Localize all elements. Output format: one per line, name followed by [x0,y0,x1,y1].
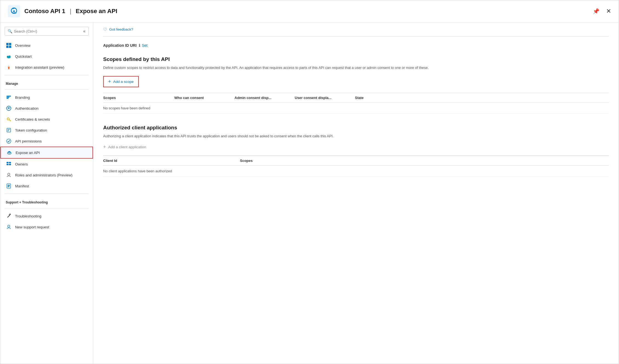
svg-point-24 [9,151,10,153]
sidebar-divider-4 [5,208,89,208]
sidebar-divider [5,75,89,75]
app-icon [8,5,20,17]
token-icon [6,127,12,133]
title-bar-text: Contoso API 1 | Expose an API [24,8,588,15]
plus-icon-client: + [103,144,106,150]
sidebar: 🔍 « Overview Quickstart [0,22,93,364]
search-box[interactable]: 🔍 « [5,27,89,36]
add-scope-label: Add a scope [113,80,134,84]
svg-rect-28 [9,164,11,165]
svg-rect-13 [7,98,8,99]
client-table-row-empty: No client applications have been authori… [103,166,609,177]
manage-section-label: Manage [0,77,93,87]
sidebar-item-label: Roles and administrators (Preview) [15,173,73,177]
svg-point-29 [8,173,10,175]
sidebar-divider-2 [5,89,89,90]
key-icon [6,116,12,122]
sidebar-item-authentication[interactable]: Authentication [0,103,93,114]
sidebar-item-label: Branding [15,95,30,100]
sidebar-item-owners[interactable]: Owners [0,159,93,170]
col-header-state: State [355,96,609,100]
sidebar-item-troubleshooting[interactable]: Troubleshooting [0,211,93,222]
client-table-header: Client Id Scopes [103,156,609,166]
sidebar-item-branding[interactable]: Branding [0,92,93,103]
title-bar: Contoso API 1 | Expose an API 📌 ✕ [0,0,619,22]
support-icon [6,224,12,230]
sidebar-item-label: Authentication [15,106,39,110]
branding-icon [6,94,12,100]
sidebar-item-label: Owners [15,162,28,166]
search-input[interactable] [14,29,81,33]
collapse-button[interactable]: « [83,29,86,34]
add-scope-button[interactable]: + Add a scope [103,76,139,87]
table-row-empty: No scopes have been defined [103,103,609,114]
table-header: Scopes Who can consent Admin consent dis… [103,93,609,103]
authorized-desc: Authorizing a client application indicat… [103,133,486,139]
sidebar-item-manifest[interactable]: Manifest [0,180,93,191]
permissions-icon [6,138,12,144]
sidebar-item-token[interactable]: Token configuration [0,125,93,136]
scopes-section: Scopes defined by this API Define custom… [103,56,609,114]
rocket-icon [6,64,12,70]
col-header-scopes: Scopes [103,96,174,100]
manifest-icon [6,183,12,189]
app-id-row: Application ID URI ℹ Set [103,43,609,48]
sidebar-item-label: Token configuration [15,128,47,132]
svg-rect-6 [9,46,11,48]
sidebar-item-label: Integration assistant (preview) [15,65,64,69]
main-window: Contoso API 1 | Expose an API 📌 ✕ 🔍 « Ov… [0,0,619,364]
svg-rect-5 [6,46,8,48]
svg-rect-3 [6,43,8,45]
authorized-clients-section: Authorized client applications Authorizi… [103,125,609,177]
svg-rect-27 [7,164,8,165]
svg-point-21 [7,139,11,143]
svg-rect-33 [8,187,9,187]
close-button[interactable]: ✕ [606,8,611,15]
sidebar-item-overview[interactable]: Overview [0,40,93,51]
owners-icon [6,161,12,167]
svg-rect-32 [8,186,10,186]
svg-rect-4 [9,43,11,45]
sidebar-item-expose-api[interactable]: Expose an API [0,147,93,159]
main-layout: 🔍 « Overview Quickstart [0,22,619,364]
scopes-desc: Define custom scopes to restrict access … [103,65,486,71]
cloud-icon [6,53,12,59]
svg-point-9 [9,56,11,57]
scopes-table: Scopes Who can consent Admin consent dis… [103,93,609,114]
col-header-user: User consent displa... [295,96,355,100]
svg-rect-25 [7,162,8,163]
sidebar-item-label: Troubleshooting [15,214,41,218]
set-link[interactable]: Set [142,43,147,48]
sidebar-item-roles[interactable]: Roles and administrators (Preview) [0,170,93,180]
sidebar-item-quickstart[interactable]: Quickstart [0,51,93,62]
add-client-button: + Add a client application [103,144,609,150]
svg-point-2 [13,10,15,12]
sidebar-item-label: Quickstart [15,54,32,59]
sidebar-item-label: Manifest [15,184,29,188]
col-header-who: Who can consent [174,96,235,100]
search-icon: 🔍 [8,29,12,33]
sidebar-item-certificates[interactable]: Certificates & secrets [0,114,93,125]
sidebar-item-support[interactable]: New support request [0,222,93,232]
svg-rect-11 [7,96,11,97]
svg-point-15 [8,108,9,109]
plus-icon: + [108,79,111,85]
pin-button[interactable]: 📌 [593,8,600,14]
sidebar-item-label: Certificates & secrets [15,117,50,121]
heart-icon: ♡ [103,27,107,32]
title-separator: | [70,8,71,14]
no-clients-msg: No client applications have been authori… [103,169,240,173]
sidebar-item-label: Expose an API [16,151,40,155]
expose-icon [6,150,12,156]
sidebar-item-api-permissions[interactable]: API permissions [0,136,93,147]
grid-icon [6,42,12,48]
support-section-label: Support + Troubleshooting [0,196,93,206]
content-area: ♡ Got feedback? Application ID URI ℹ Set… [93,22,619,364]
app-id-label: Application ID URI [103,43,137,48]
wrench-icon [6,213,12,219]
scopes-title: Scopes defined by this API [103,56,609,62]
roles-icon [6,172,12,178]
feedback-bar[interactable]: ♡ Got feedback? [103,22,609,37]
sidebar-item-integration[interactable]: Integration assistant (preview) [0,62,93,73]
svg-rect-12 [7,97,9,98]
